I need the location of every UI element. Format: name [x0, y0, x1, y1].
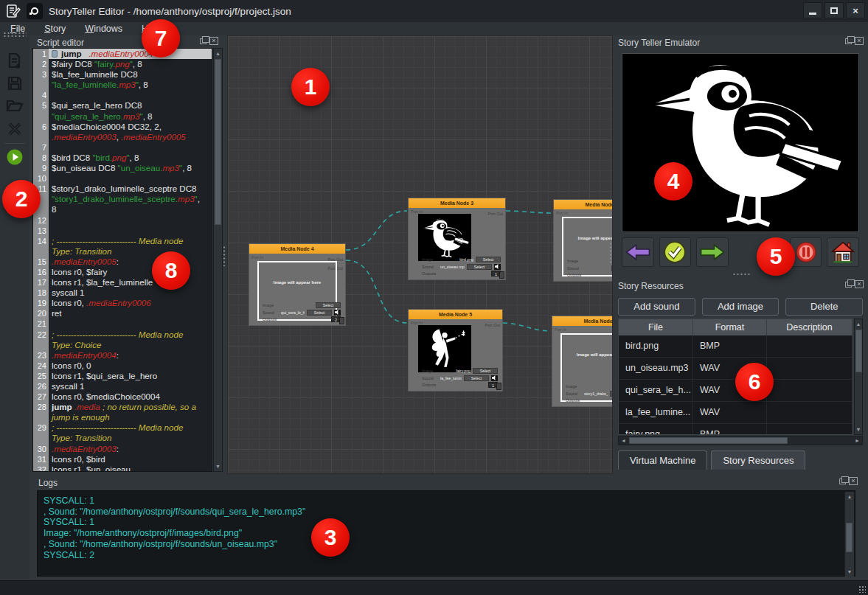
select-image-button[interactable]: Select	[316, 302, 341, 308]
select-sound-button[interactable]: Select	[467, 264, 492, 270]
code-line[interactable]: 10	[33, 173, 212, 184]
float-panel-icon[interactable]	[845, 282, 852, 288]
close-panel-icon[interactable]: ×	[855, 37, 864, 45]
column-header-format[interactable]: Format	[693, 319, 767, 335]
code-line[interactable]: 27lcons r0, $mediaChoice0004	[33, 392, 212, 402]
back-button[interactable]	[622, 237, 654, 267]
toolbar-drag-handle[interactable]	[3, 32, 27, 38]
code-line[interactable]: 31lcons r0, $bird	[33, 454, 212, 464]
media-node[interactable]: Media Node 6Port InImage will appear her…	[552, 316, 613, 406]
close-window-button[interactable]: ×	[846, 2, 865, 18]
select-sound-button[interactable]: Select	[611, 265, 613, 271]
menu-windows[interactable]: Windows	[85, 24, 122, 34]
code-line[interactable]: 11$story1_drako_luminelle_sceptre DC8"st…	[33, 184, 212, 215]
run-button[interactable]	[5, 147, 24, 167]
delete-button[interactable]: Delete	[785, 298, 863, 316]
speaker-icon[interactable]	[491, 375, 498, 381]
code-line[interactable]: 14; ---------------------------- Media n…	[33, 236, 212, 257]
close-project-button[interactable]	[5, 119, 24, 139]
accept-button[interactable]	[659, 237, 692, 267]
code-line[interactable]: 12	[33, 215, 212, 226]
code-line[interactable]: 21	[33, 319, 212, 329]
code-line[interactable]: 20ret	[33, 308, 212, 319]
scroll-down-icon[interactable]: ▼	[855, 425, 862, 434]
outputs-stepper[interactable]: 1	[491, 271, 501, 276]
code-line[interactable]: 6$mediaChoice0004 DC32, 2,.mediaEntry000…	[33, 122, 212, 142]
close-panel-icon[interactable]: ×	[849, 477, 858, 485]
table-row[interactable]: bird.pngBMP	[619, 335, 853, 358]
new-file-button[interactable]	[5, 52, 24, 71]
code-line[interactable]: 28jump .media ; no return possible, so a…	[33, 402, 212, 422]
speaker-icon[interactable]	[494, 264, 501, 270]
port-in[interactable]: Port In	[555, 327, 566, 332]
open-project-button[interactable]	[5, 96, 24, 115]
code-line[interactable]: 9$un_oiseau DC8 "un_oiseau.mp3", 8	[33, 163, 212, 173]
select-sound-button[interactable]: Select	[464, 375, 489, 381]
select-sound-button[interactable]: Select	[307, 310, 332, 316]
code-line[interactable]: 5$qui_sera_le_hero DC8"qui_sera_le_hero.…	[33, 100, 212, 121]
code-line[interactable]: 22; ---------------------------- Media n…	[33, 330, 212, 350]
code-line[interactable]: 29; ---------------------------- Media n…	[33, 422, 212, 443]
code-line[interactable]: 26syscall 1	[33, 381, 212, 392]
splitter-handle[interactable]	[223, 246, 226, 266]
logs-scrollbar[interactable]: ▲ ▼	[844, 492, 854, 577]
minimize-button[interactable]	[803, 2, 822, 18]
media-node[interactable]: Media Node 5Port InPort OutImagefairy.pn…	[409, 310, 502, 391]
splitter-handle[interactable]	[732, 273, 751, 276]
table-row[interactable]: la_fee_lumine...WAV	[619, 402, 853, 424]
media-node[interactable]: Media Node 3Port InPort OutImagebird.png…	[409, 198, 505, 279]
outputs-stepper[interactable]: 1	[488, 382, 498, 388]
port-out[interactable]: Port Out	[488, 209, 503, 218]
scroll-up-icon[interactable]: ▲	[845, 492, 854, 501]
scroll-down-icon[interactable]: ▼	[845, 567, 854, 577]
scroll-left-icon[interactable]: ◄	[619, 436, 628, 445]
table-row[interactable]: fairy.pngBMP	[619, 424, 853, 435]
scroll-right-icon[interactable]: ►	[853, 436, 862, 445]
close-panel-icon[interactable]: ×	[209, 37, 218, 45]
resources-vertical-scrollbar[interactable]: ▲ ▼	[854, 319, 863, 435]
code-line[interactable]: 32lcons r1, $un_oiseau	[33, 464, 212, 472]
outputs-stepper[interactable]: 2	[331, 316, 341, 322]
port-in[interactable]: Port In	[251, 255, 263, 260]
script-scrollbar[interactable]: ▲ ▼	[213, 48, 223, 472]
media-node[interactable]: Media Node 2Port InImage will appear her…	[554, 200, 613, 281]
tab-virtual-machine[interactable]: Virtual Machine	[618, 450, 707, 470]
select-image-button[interactable]: Select	[473, 368, 498, 374]
port-in[interactable]: Port In	[556, 211, 568, 215]
node-graph-canvas[interactable]: Media Node 4Port InPort OutPort OutImage…	[227, 35, 613, 474]
code-line[interactable]: 1jump .mediaEntry0004	[33, 49, 212, 59]
code-line[interactable]: 2$fairy DC8 "fairy.png", 8	[33, 59, 212, 69]
port-out[interactable]: Port Out	[485, 321, 500, 330]
add-sound-button[interactable]: Add sound	[618, 298, 695, 316]
float-panel-icon[interactable]	[839, 479, 846, 484]
column-header-description[interactable]: Description	[767, 319, 853, 335]
splitter-handle[interactable]	[609, 242, 613, 264]
save-button[interactable]	[5, 74, 24, 93]
scroll-down-icon[interactable]: ▼	[214, 462, 222, 471]
speaker-icon[interactable]	[334, 310, 341, 316]
media-node[interactable]: Media Node 4Port InPort OutPort OutImage…	[249, 244, 345, 325]
scroll-up-icon[interactable]: ▲	[855, 319, 862, 329]
select-image-button[interactable]: Select	[476, 257, 501, 262]
code-line[interactable]: 30.mediaEntry0003:	[33, 444, 212, 454]
code-line[interactable]: 18syscall 1	[33, 288, 212, 298]
column-header-file[interactable]: File	[619, 319, 693, 335]
code-line[interactable]: 13	[33, 226, 212, 236]
log-output[interactable]: SYSCALL: 1, Sound: "/home/anthony/ostpro…	[37, 490, 855, 577]
maximize-button[interactable]	[824, 2, 844, 18]
tab-story-resources[interactable]: Story Resources	[711, 450, 805, 470]
forward-button[interactable]	[696, 237, 729, 267]
code-line[interactable]: 19lcons r0, .mediaEntry0006	[33, 298, 212, 308]
home-button[interactable]	[827, 237, 859, 267]
code-line[interactable]: 25lcons r1, $qui_sera_le_hero	[33, 371, 212, 381]
code-line[interactable]: 8$bird DC8 "bird.png", 8	[33, 153, 212, 163]
code-line[interactable]: 3$la_fee_luminelle DC8"la_fee_luminelle.…	[33, 69, 212, 90]
code-line[interactable]: 24lcons r0, 0	[33, 361, 212, 371]
float-panel-icon[interactable]	[200, 38, 206, 44]
float-panel-icon[interactable]	[845, 38, 852, 44]
scroll-up-icon[interactable]: ▲	[214, 49, 222, 58]
resources-horizontal-scrollbar[interactable]: ◄ ►	[618, 436, 863, 445]
select-sound-button[interactable]: Select	[610, 391, 613, 397]
add-image-button[interactable]: Add image	[702, 298, 780, 316]
resize-grip[interactable]	[858, 585, 866, 593]
